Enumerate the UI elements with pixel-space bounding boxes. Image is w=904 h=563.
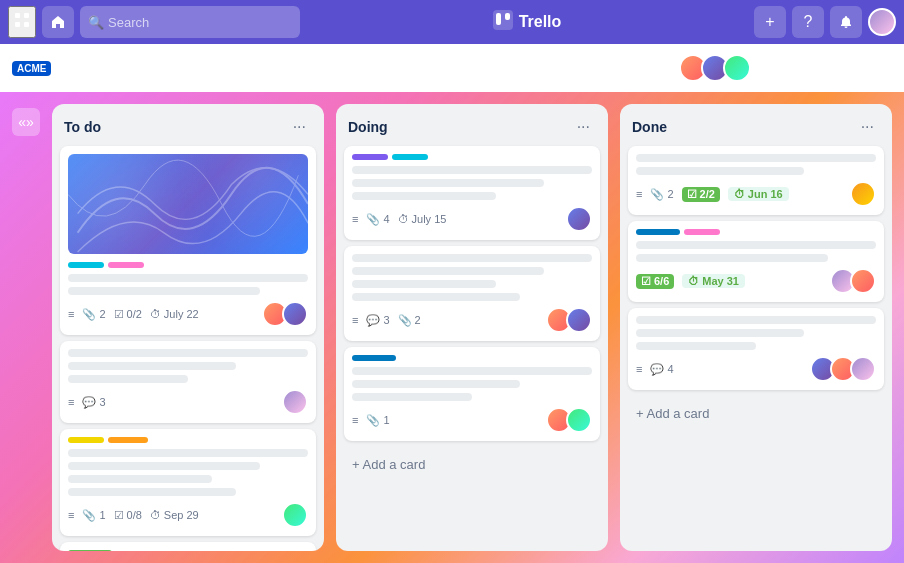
card-menu-icon: ≡ [68,509,74,521]
checklist-badge-text: 2/2 [700,188,715,200]
card-menu-icon: ≡ [352,414,358,426]
card-avatar [566,307,592,333]
attachment-icon: 📎 [82,509,96,522]
card-line [636,154,876,162]
card-3[interactable]: ≡ 📎 1 ☑ 0/8 ⏱ Sep 29 [60,429,316,536]
card-5-footer: ≡ 📎 4 ⏱ July 15 [352,206,592,232]
comment-icon: 💬 [82,396,96,409]
card-line [636,241,876,249]
card-2[interactable]: ≡ 💬 3 [60,341,316,423]
search-input[interactable] [80,6,300,38]
label-purple [352,154,388,160]
label-orange [108,437,148,443]
member-avatars [679,54,751,82]
svg-rect-3 [24,22,29,27]
card-7[interactable]: ≡ 📎 1 [344,347,600,441]
card-menu-icon: ≡ [352,314,358,326]
board-title-button[interactable]: Project Team Spirit [103,55,268,81]
checklist-count: 0/2 [127,308,142,320]
meta-date: ⏱ July 22 [150,308,199,320]
add-button[interactable]: + [754,6,786,38]
svg-rect-1 [24,13,29,18]
card-line [636,316,876,324]
card-7-meta: ≡ 📎 1 [352,414,390,427]
clock-icon: ⏱ [734,188,745,200]
card-line [352,380,520,388]
card-2-meta: ≡ 💬 3 [68,396,106,409]
card-8-lines [636,154,876,175]
meta-comments: 💬 3 [366,314,389,327]
card-menu-icon: ≡ [636,363,642,375]
date-text: July 15 [412,213,447,225]
card-4[interactable] [60,542,316,551]
card-1[interactable]: ≡ 📎 2 ☑ 0/2 ⏱ July 22 [60,146,316,335]
list-doing: Doing ··· ≡ 📎 4 [336,104,608,551]
card-9-meta: ☑ 6/6 ⏱ May 31 [636,274,745,289]
board-more-button[interactable]: ··· [861,54,892,83]
checklist-check-icon: ☑ [641,275,651,288]
card-5-lines [352,166,592,200]
list-menu-done[interactable]: ··· [855,116,880,138]
list-header-todo: To do ··· [60,112,316,146]
workspace-badge[interactable]: Acme, Inc. [593,57,673,79]
card-line [68,449,308,457]
card-line [68,349,308,357]
card-7-labels [352,355,592,361]
card-line [352,192,496,200]
date-badge: ⏱ Jun 16 [728,187,789,201]
card-line [636,167,804,175]
clock-icon: ⏱ [688,275,699,287]
add-card-done[interactable]: + Add a card [628,400,884,427]
meta-attachments: 📎 2 [82,308,105,321]
card-3-lines [68,449,308,496]
card-10[interactable]: ≡ 💬 4 [628,308,884,390]
card-8[interactable]: ≡ 📎 2 ☑ 2/2 ⏱ Jun 16 [628,146,884,215]
card-5[interactable]: ≡ 📎 4 ⏱ July 15 [344,146,600,240]
card-3-avatars [282,502,308,528]
card-4-labels [68,550,308,551]
home-button[interactable] [42,6,74,38]
card-10-meta: ≡ 💬 4 [636,363,674,376]
card-line [352,254,592,262]
label-cyan [392,154,428,160]
list-menu-doing[interactable]: ··· [571,116,596,138]
card-line [352,293,520,301]
card-2-avatars [282,389,308,415]
list-done: Done ··· ≡ 📎 2 ☑ 2/2 [620,104,892,551]
star-button[interactable]: ★ [276,59,290,78]
card-line [68,475,212,483]
card-line [68,362,236,370]
sidebar-toggle-button[interactable]: «» [12,108,40,136]
checklist-check-icon: ☑ [687,188,697,201]
meta-date: ⏱ Sep 29 [150,509,199,521]
grid-icon[interactable] [8,6,36,38]
card-6-footer: ≡ 💬 3 📎 2 [352,307,592,333]
invite-button[interactable]: Invite [800,57,855,79]
card-10-lines [636,316,876,350]
card-cover-1 [68,154,308,254]
notification-button[interactable] [830,6,862,38]
attachment-count: 1 [99,509,105,521]
label-blue [636,229,680,235]
card-9-footer: ☑ 6/6 ⏱ May 31 [636,268,876,294]
trello-logo-text: Trello [519,13,562,31]
card-7-footer: ≡ 📎 1 [352,407,592,433]
card-1-meta: ≡ 📎 2 ☑ 0/2 ⏱ July 22 [68,308,199,321]
member-avatar-3[interactable] [723,54,751,82]
card-line [636,254,828,262]
card-8-avatars [850,181,876,207]
board-type-button[interactable]: ⊞ 🗂 ▾ [59,57,95,79]
card-9[interactable]: ☑ 6/6 ⏱ May 31 [628,221,884,302]
checklist-count: 0/8 [127,509,142,521]
card-line [68,375,188,383]
card-5-meta: ≡ 📎 4 ⏱ July 15 [352,213,446,226]
help-button[interactable]: ? [792,6,824,38]
card-line [352,179,544,187]
list-menu-todo[interactable]: ··· [287,116,312,138]
add-card-doing[interactable]: + Add a card [344,451,600,478]
user-avatar[interactable] [868,8,896,36]
card-line [68,274,308,282]
card-7-lines [352,367,592,401]
meta-attachments: 📎 1 [366,414,389,427]
card-6[interactable]: ≡ 💬 3 📎 2 [344,246,600,341]
